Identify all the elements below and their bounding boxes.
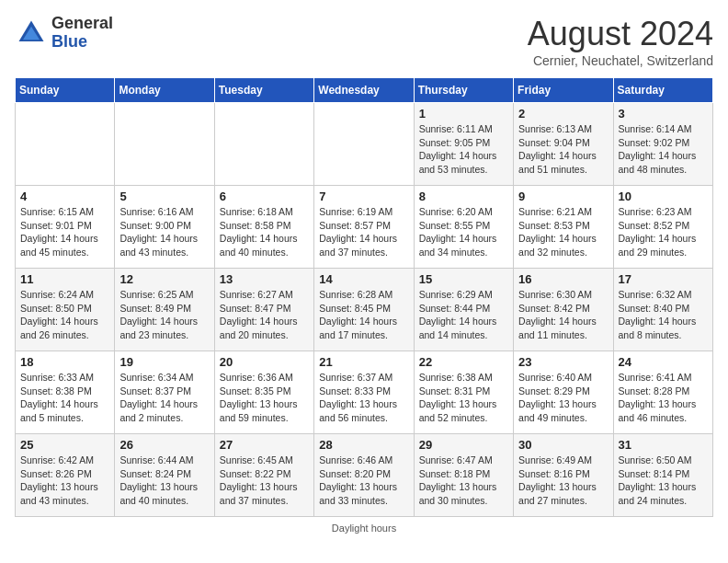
day-number: 10 <box>619 190 708 203</box>
logo: General Blue <box>15 15 113 52</box>
calendar-cell: 18Sunrise: 6:33 AM Sunset: 8:38 PM Dayli… <box>16 351 115 434</box>
calendar-cell: 8Sunrise: 6:20 AM Sunset: 8:55 PM Daylig… <box>414 186 513 269</box>
calendar-cell: 11Sunrise: 6:24 AM Sunset: 8:50 PM Dayli… <box>16 269 115 351</box>
day-info: Sunrise: 6:38 AM Sunset: 8:31 PM Dayligh… <box>419 371 508 425</box>
day-info: Sunrise: 6:30 AM Sunset: 8:42 PM Dayligh… <box>518 288 608 342</box>
day-info: Sunrise: 6:15 AM Sunset: 9:01 PM Dayligh… <box>20 205 109 259</box>
calendar-week-row: 11Sunrise: 6:24 AM Sunset: 8:50 PM Dayli… <box>16 269 713 351</box>
day-info: Sunrise: 6:32 AM Sunset: 8:40 PM Dayligh… <box>619 288 708 342</box>
day-info: Sunrise: 6:18 AM Sunset: 8:58 PM Dayligh… <box>220 205 309 259</box>
calendar-cell: 13Sunrise: 6:27 AM Sunset: 8:47 PM Dayli… <box>214 269 313 351</box>
calendar-cell: 22Sunrise: 6:38 AM Sunset: 8:31 PM Dayli… <box>414 351 513 434</box>
calendar-cell: 7Sunrise: 6:19 AM Sunset: 8:57 PM Daylig… <box>314 186 414 269</box>
day-number: 11 <box>20 272 109 286</box>
calendar-cell: 27Sunrise: 6:45 AM Sunset: 8:22 PM Dayli… <box>214 434 313 517</box>
day-number: 7 <box>319 190 408 203</box>
calendar-cell: 26Sunrise: 6:44 AM Sunset: 8:24 PM Dayli… <box>115 434 214 517</box>
day-number: 14 <box>319 272 408 286</box>
calendar-cell: 19Sunrise: 6:34 AM Sunset: 8:37 PM Dayli… <box>115 351 214 434</box>
logo-blue-text: Blue <box>51 32 87 51</box>
calendar-cell <box>214 103 313 186</box>
calendar-cell: 14Sunrise: 6:28 AM Sunset: 8:45 PM Dayli… <box>314 269 414 351</box>
day-info: Sunrise: 6:28 AM Sunset: 8:45 PM Dayligh… <box>319 288 408 342</box>
day-info: Sunrise: 6:25 AM Sunset: 8:49 PM Dayligh… <box>119 288 209 342</box>
logo-icon <box>15 17 48 50</box>
calendar-day-header: Wednesday <box>314 78 414 103</box>
calendar-day-header: Monday <box>115 78 214 103</box>
calendar-week-row: 18Sunrise: 6:33 AM Sunset: 8:38 PM Dayli… <box>16 351 713 434</box>
day-number: 20 <box>220 355 309 369</box>
day-info: Sunrise: 6:24 AM Sunset: 8:50 PM Dayligh… <box>20 288 109 342</box>
day-info: Sunrise: 6:45 AM Sunset: 8:22 PM Dayligh… <box>220 454 309 508</box>
day-number: 9 <box>518 190 608 203</box>
calendar-cell <box>16 103 115 186</box>
day-info: Sunrise: 6:36 AM Sunset: 8:35 PM Dayligh… <box>220 371 309 425</box>
calendar-cell: 15Sunrise: 6:29 AM Sunset: 8:44 PM Dayli… <box>414 269 513 351</box>
calendar-week-row: 25Sunrise: 6:42 AM Sunset: 8:26 PM Dayli… <box>16 434 713 517</box>
calendar-header-row: SundayMondayTuesdayWednesdayThursdayFrid… <box>16 78 713 103</box>
calendar-cell: 31Sunrise: 6:50 AM Sunset: 8:14 PM Dayli… <box>613 434 712 517</box>
calendar-cell <box>314 103 414 186</box>
day-number: 31 <box>619 438 708 452</box>
calendar-week-row: 4Sunrise: 6:15 AM Sunset: 9:01 PM Daylig… <box>16 186 713 269</box>
day-info: Sunrise: 6:33 AM Sunset: 8:38 PM Dayligh… <box>20 371 109 425</box>
calendar-cell: 5Sunrise: 6:16 AM Sunset: 9:00 PM Daylig… <box>115 186 214 269</box>
day-number: 2 <box>518 107 608 121</box>
day-number: 25 <box>20 438 109 452</box>
day-number: 21 <box>319 355 408 369</box>
calendar-cell: 17Sunrise: 6:32 AM Sunset: 8:40 PM Dayli… <box>613 269 712 351</box>
day-info: Sunrise: 6:13 AM Sunset: 9:04 PM Dayligh… <box>518 122 608 177</box>
day-number: 12 <box>119 272 209 286</box>
calendar-cell: 25Sunrise: 6:42 AM Sunset: 8:26 PM Dayli… <box>16 434 115 517</box>
day-info: Sunrise: 6:27 AM Sunset: 8:47 PM Dayligh… <box>220 288 309 342</box>
day-number: 1 <box>419 107 508 121</box>
calendar-cell: 24Sunrise: 6:41 AM Sunset: 8:28 PM Dayli… <box>613 351 712 434</box>
day-info: Sunrise: 6:44 AM Sunset: 8:24 PM Dayligh… <box>119 454 209 508</box>
calendar-cell <box>115 103 214 186</box>
day-info: Sunrise: 6:23 AM Sunset: 8:52 PM Dayligh… <box>619 205 708 259</box>
calendar-day-header: Friday <box>514 78 613 103</box>
calendar-cell: 6Sunrise: 6:18 AM Sunset: 8:58 PM Daylig… <box>214 186 313 269</box>
day-info: Sunrise: 6:21 AM Sunset: 8:53 PM Dayligh… <box>518 205 608 259</box>
day-number: 22 <box>419 355 508 369</box>
day-info: Sunrise: 6:42 AM Sunset: 8:26 PM Dayligh… <box>20 454 109 508</box>
page-header: General Blue August 2024 Cernier, Neucha… <box>15 15 713 68</box>
logo-text: General Blue <box>51 15 113 52</box>
calendar-day-header: Sunday <box>16 78 115 103</box>
calendar-cell: 1Sunrise: 6:11 AM Sunset: 9:05 PM Daylig… <box>414 103 513 186</box>
day-number: 8 <box>419 190 508 203</box>
calendar-day-header: Thursday <box>414 78 513 103</box>
calendar-day-header: Tuesday <box>214 78 313 103</box>
calendar-cell: 16Sunrise: 6:30 AM Sunset: 8:42 PM Dayli… <box>514 269 613 351</box>
day-info: Sunrise: 6:14 AM Sunset: 9:02 PM Dayligh… <box>619 122 708 177</box>
day-number: 18 <box>20 355 109 369</box>
calendar-cell: 29Sunrise: 6:47 AM Sunset: 8:18 PM Dayli… <box>414 434 513 517</box>
calendar-cell: 21Sunrise: 6:37 AM Sunset: 8:33 PM Dayli… <box>314 351 414 434</box>
day-number: 6 <box>220 190 309 203</box>
calendar-cell: 28Sunrise: 6:46 AM Sunset: 8:20 PM Dayli… <box>314 434 414 517</box>
day-info: Sunrise: 6:11 AM Sunset: 9:05 PM Dayligh… <box>419 122 508 177</box>
logo-general-text: General <box>51 14 113 32</box>
calendar-cell: 4Sunrise: 6:15 AM Sunset: 9:01 PM Daylig… <box>16 186 115 269</box>
day-number: 3 <box>619 107 708 121</box>
day-number: 23 <box>518 355 608 369</box>
day-info: Sunrise: 6:50 AM Sunset: 8:14 PM Dayligh… <box>619 454 708 508</box>
day-number: 4 <box>20 190 109 203</box>
day-info: Sunrise: 6:41 AM Sunset: 8:28 PM Dayligh… <box>619 371 708 425</box>
day-number: 30 <box>518 438 608 452</box>
location-text: Cernier, Neuchatel, Switzerland <box>528 53 713 68</box>
calendar-week-row: 1Sunrise: 6:11 AM Sunset: 9:05 PM Daylig… <box>16 103 713 186</box>
footer-note: Daylight hours <box>15 523 713 534</box>
calendar-cell: 23Sunrise: 6:40 AM Sunset: 8:29 PM Dayli… <box>514 351 613 434</box>
calendar-cell: 20Sunrise: 6:36 AM Sunset: 8:35 PM Dayli… <box>214 351 313 434</box>
day-info: Sunrise: 6:47 AM Sunset: 8:18 PM Dayligh… <box>419 454 508 508</box>
calendar-table: SundayMondayTuesdayWednesdayThursdayFrid… <box>15 77 713 517</box>
day-number: 29 <box>419 438 508 452</box>
day-info: Sunrise: 6:46 AM Sunset: 8:20 PM Dayligh… <box>319 454 408 508</box>
day-info: Sunrise: 6:37 AM Sunset: 8:33 PM Dayligh… <box>319 371 408 425</box>
day-info: Sunrise: 6:20 AM Sunset: 8:55 PM Dayligh… <box>419 205 508 259</box>
title-area: August 2024 Cernier, Neuchatel, Switzerl… <box>528 15 713 68</box>
day-number: 28 <box>319 438 408 452</box>
day-number: 26 <box>119 438 209 452</box>
day-info: Sunrise: 6:29 AM Sunset: 8:44 PM Dayligh… <box>419 288 508 342</box>
